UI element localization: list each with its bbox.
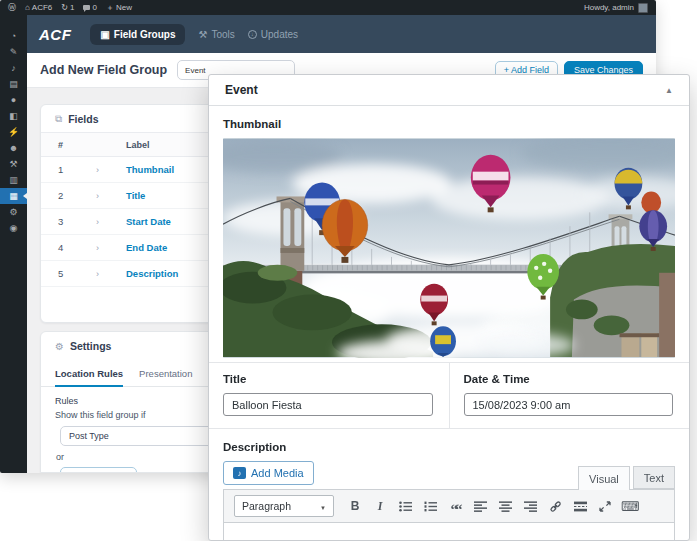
- comments-bubble-icon: ●: [11, 96, 16, 105]
- align-left-icon[interactable]: [473, 498, 487, 514]
- plus-icon: ＋: [106, 4, 114, 12]
- sidebar-item-appearance[interactable]: ◧: [0, 108, 27, 124]
- read-more-icon[interactable]: [573, 498, 587, 514]
- new-label: New: [116, 3, 132, 12]
- admin-bar-new[interactable]: ＋ New: [106, 3, 132, 12]
- expand-chevron-icon[interactable]: [96, 165, 126, 175]
- expand-chevron-icon[interactable]: [96, 191, 126, 201]
- collapse-arrow-icon[interactable]: [665, 86, 673, 95]
- sidebar-item-forms[interactable]: ▥: [0, 172, 27, 188]
- add-rule-group-button[interactable]: Add rule group: [60, 467, 137, 473]
- collapse-icon: ◉: [10, 224, 18, 233]
- admin-bar-comments[interactable]: 0: [83, 3, 96, 12]
- tab-updates[interactable]: ↓ Updates: [248, 29, 298, 40]
- admin-bar-updates[interactable]: ↻ 1: [61, 3, 74, 12]
- sidebar-item-media[interactable]: ♪: [0, 60, 27, 76]
- media-icon: ♪: [11, 64, 16, 73]
- home-icon: ⌂: [25, 4, 30, 12]
- sidebar-item-settings[interactable]: ⚙: [0, 204, 27, 220]
- plugins-icon: ⚡: [8, 128, 19, 137]
- wp-admin-bar: Ⓦ ⌂ ACF6 ↻ 1 0 ＋ New Howdy, admin: [0, 0, 656, 15]
- users-icon: ☻: [9, 144, 18, 153]
- posts-icon: ✎: [10, 48, 18, 57]
- wp-logo-icon[interactable]: Ⓦ: [8, 4, 16, 12]
- sidebar-item-plugins[interactable]: ⚡: [0, 124, 27, 140]
- tab-visual[interactable]: Visual: [578, 466, 630, 490]
- title-field-label: Title: [223, 373, 433, 385]
- tab-text[interactable]: Text: [633, 466, 675, 489]
- datetime-field-label: Date & Time: [464, 373, 674, 385]
- preview-title: Event: [225, 83, 258, 97]
- add-media-button[interactable]: Add Media: [223, 461, 314, 485]
- field-label-link[interactable]: Start Date: [126, 216, 171, 227]
- page-title: Add New Field Group: [40, 63, 167, 77]
- wp-admin-menu: ◔ ✎ ♪ ▤ ● ◧ ⚡ ☻ ⚒ ▥ ▦ ⚙ ◉: [0, 15, 27, 473]
- expand-chevron-icon[interactable]: [96, 217, 126, 227]
- expand-chevron-icon[interactable]: [96, 243, 126, 253]
- editor-content-area[interactable]: [223, 523, 675, 541]
- field-groups-icon: ▣: [100, 29, 109, 40]
- sidebar-item-posts[interactable]: ✎: [0, 44, 27, 60]
- datetime-input[interactable]: 15/08/2023 9:00 am: [464, 393, 674, 416]
- updates-icon: ↻: [61, 4, 68, 12]
- sidebar-item-pages[interactable]: ▤: [0, 76, 27, 92]
- comments-icon: [83, 5, 90, 10]
- gear-icon: ⚙: [55, 341, 64, 352]
- acf-top-bar: ACF ▣ Field Groups ⚒ Tools ↓ Updates: [27, 15, 656, 53]
- avatar: [638, 3, 648, 13]
- tab-location-rules[interactable]: Location Rules: [55, 368, 123, 387]
- media-note-icon: [233, 467, 246, 479]
- numbered-list-icon[interactable]: [423, 498, 437, 514]
- sidebar-item-tools[interactable]: ⚒: [0, 156, 27, 172]
- sidebar-item-dashboard[interactable]: ◔: [0, 28, 27, 44]
- paragraph-select[interactable]: Paragraph: [234, 495, 334, 517]
- acf-logo: ACF: [39, 26, 71, 43]
- editor-toolbar: Paragraph: [223, 489, 675, 523]
- align-right-icon[interactable]: [523, 498, 537, 514]
- title-input[interactable]: Balloon Fiesta: [223, 393, 433, 416]
- forms-icon: ▥: [9, 176, 18, 185]
- fields-panel-icon: ⧉: [55, 113, 62, 125]
- link-icon[interactable]: [548, 498, 562, 514]
- field-label-link[interactable]: Title: [126, 190, 145, 201]
- fullscreen-icon[interactable]: [598, 498, 612, 514]
- dashboard-icon: ◔: [11, 32, 16, 41]
- appearance-icon: ◧: [9, 112, 18, 121]
- comments-count: 0: [92, 3, 96, 12]
- wrench-icon: ⚒: [198, 29, 207, 40]
- sidebar-item-collapse[interactable]: ◉: [0, 220, 27, 236]
- tools-icon: ⚒: [9, 160, 17, 169]
- sidebar-item-comments[interactable]: ●: [0, 92, 27, 108]
- admin-bar-account[interactable]: Howdy, admin: [584, 3, 648, 13]
- thumbnail-image: [223, 138, 675, 358]
- keyboard-toggle-icon[interactable]: [623, 498, 637, 514]
- italic-icon[interactable]: [373, 498, 387, 514]
- bulleted-list-icon[interactable]: [398, 498, 412, 514]
- tab-tools[interactable]: ⚒ Tools: [198, 29, 234, 40]
- settings-panel-title: Settings: [70, 340, 111, 352]
- howdy-label: Howdy, admin: [584, 3, 634, 12]
- field-label-link[interactable]: Description: [126, 268, 178, 279]
- bold-icon[interactable]: [348, 498, 362, 514]
- field-label-link[interactable]: Thumbnail: [126, 164, 174, 175]
- thumbnail-label: Thumbnail: [223, 118, 675, 130]
- event-preview-card: Event Thumbnail: [208, 74, 690, 541]
- download-circle-icon: ↓: [248, 30, 257, 39]
- blockquote-icon[interactable]: [448, 498, 462, 514]
- custom-fields-icon: ▦: [9, 192, 18, 201]
- tab-field-groups[interactable]: ▣ Field Groups: [90, 24, 185, 45]
- field-label-link[interactable]: End Date: [126, 242, 167, 253]
- expand-chevron-icon[interactable]: [96, 269, 126, 279]
- gear-icon: ⚙: [9, 208, 17, 217]
- description-field-label: Description: [223, 441, 675, 453]
- align-center-icon[interactable]: [498, 498, 512, 514]
- tab-presentation[interactable]: Presentation: [139, 368, 192, 386]
- fields-panel-title: Fields: [68, 113, 98, 125]
- chevron-down-icon: [320, 500, 326, 512]
- sidebar-item-acf[interactable]: ▦: [0, 188, 27, 204]
- updates-count: 1: [70, 3, 74, 12]
- pages-icon: ▤: [9, 80, 18, 89]
- site-name: ACF6: [32, 3, 52, 12]
- admin-bar-site-link[interactable]: ⌂ ACF6: [25, 3, 52, 12]
- sidebar-item-users[interactable]: ☻: [0, 140, 27, 156]
